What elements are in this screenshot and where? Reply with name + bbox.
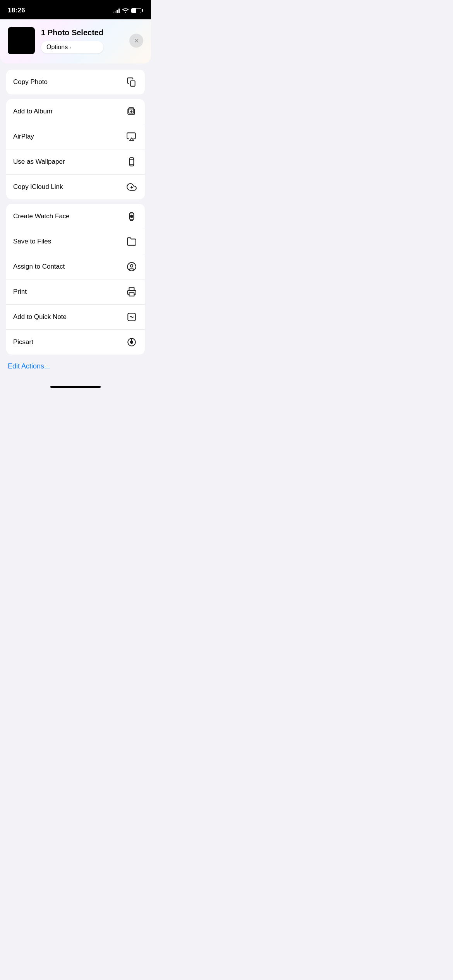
edit-actions-button[interactable]: Edit Actions... — [8, 361, 50, 372]
share-header: 1 Photo Selected Options › ✕ — [0, 19, 151, 63]
close-button[interactable]: ✕ — [129, 34, 143, 48]
save-files-icon — [125, 235, 138, 248]
photo-info: 1 Photo Selected Options › — [41, 28, 103, 53]
airplay-icon — [125, 130, 138, 143]
svg-point-15 — [127, 262, 136, 271]
use-as-wallpaper-label: Use as Wallpaper — [13, 158, 65, 166]
contact-icon — [125, 260, 138, 273]
copy-icloud-link-label: Copy iCloud Link — [13, 183, 63, 191]
svg-rect-6 — [130, 158, 134, 166]
wallpaper-icon — [125, 156, 138, 168]
home-bar — [50, 386, 101, 388]
copy-icloud-link-item[interactable]: Copy iCloud Link — [6, 175, 145, 199]
action-group-3: Create Watch Face Save to Files — [6, 204, 145, 355]
assign-to-contact-item[interactable]: Assign to Contact — [6, 254, 145, 279]
copy-photo-icon — [125, 76, 138, 88]
status-bar: 18:26 — [0, 0, 151, 19]
copy-photo-item[interactable]: Copy Photo — [6, 70, 145, 94]
icloud-link-icon — [125, 181, 138, 193]
picsart-item[interactable]: Picsart — [6, 330, 145, 355]
wifi-icon — [122, 8, 129, 13]
action-group-1: Copy Photo — [6, 70, 145, 94]
use-as-wallpaper-item[interactable]: Use as Wallpaper — [6, 149, 145, 175]
photo-selected-title: 1 Photo Selected — [41, 28, 103, 37]
status-time: 18:26 — [8, 7, 25, 14]
header-left: 1 Photo Selected Options › — [8, 27, 103, 54]
add-to-album-label: Add to Album — [13, 108, 52, 115]
assign-to-contact-label: Assign to Contact — [13, 263, 65, 271]
svg-rect-17 — [129, 293, 134, 296]
signal-icon — [113, 8, 120, 13]
add-quick-note-label: Add to Quick Note — [13, 313, 67, 321]
action-sections: Copy Photo Add to Album AirP — [0, 63, 151, 355]
save-to-files-label: Save to Files — [13, 238, 51, 245]
photo-thumbnail — [8, 27, 35, 54]
print-icon — [125, 286, 138, 298]
airplay-label: AirPlay — [13, 133, 34, 140]
create-watch-face-item[interactable]: Create Watch Face — [6, 204, 145, 229]
print-item[interactable]: Print — [6, 279, 145, 305]
quick-note-icon — [125, 311, 138, 323]
options-button[interactable]: Options › — [41, 41, 103, 53]
add-album-icon — [125, 105, 138, 118]
picsart-label: Picsart — [13, 338, 33, 346]
airplay-item[interactable]: AirPlay — [6, 124, 145, 149]
picsart-icon — [125, 336, 138, 348]
print-label: Print — [13, 288, 27, 296]
watch-face-icon — [125, 210, 138, 223]
close-icon: ✕ — [134, 37, 139, 45]
home-indicator — [0, 381, 151, 396]
svg-rect-0 — [130, 81, 135, 86]
status-icons — [113, 8, 143, 13]
svg-marker-5 — [130, 138, 134, 140]
copy-photo-label: Copy Photo — [13, 78, 48, 86]
edit-actions-section: Edit Actions... — [0, 355, 151, 381]
add-to-album-item[interactable]: Add to Album — [6, 99, 145, 124]
create-watch-face-label: Create Watch Face — [13, 212, 70, 220]
save-to-files-item[interactable]: Save to Files — [6, 229, 145, 254]
svg-point-16 — [130, 265, 133, 267]
add-quick-note-item[interactable]: Add to Quick Note — [6, 305, 145, 330]
action-group-2: Add to Album AirPlay Use as Wallpaper — [6, 99, 145, 199]
battery-icon — [131, 8, 143, 13]
chevron-right-icon: › — [69, 44, 71, 50]
